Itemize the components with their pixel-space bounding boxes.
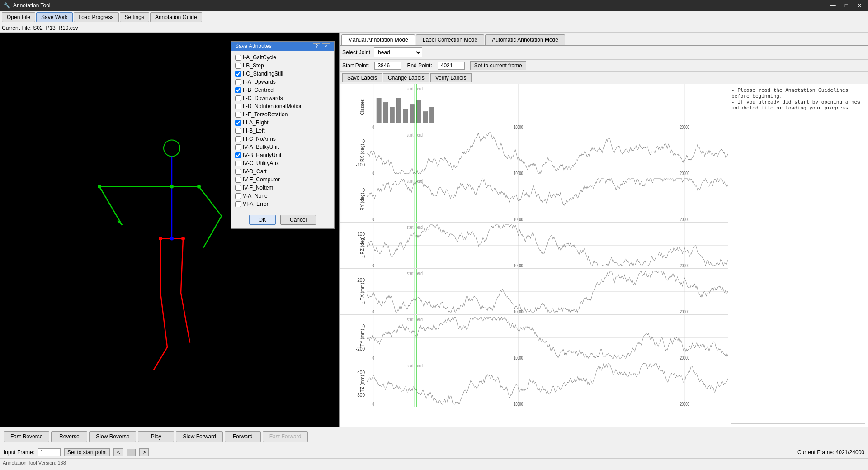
chart-area[interactable]: 01000020000startend (367, 130, 728, 176)
checkbox-item: IV-E_Computer (235, 176, 330, 184)
svg-rect-36 (423, 112, 428, 123)
svg-text:0: 0 (373, 402, 374, 407)
load-progress-button[interactable]: Load Progress (74, 12, 119, 22)
dialog-close-button[interactable]: ✕ (322, 43, 330, 49)
annotation-guide-button[interactable]: Annotation Guide (150, 12, 202, 22)
svg-text:20000: 20000 (680, 171, 689, 176)
svg-text:10000: 10000 (514, 356, 523, 361)
checkbox-label: II-D_NoIntentionalMotion (243, 103, 303, 109)
checkbox-I_A_GaitCycle[interactable] (235, 55, 241, 61)
next-frame-button[interactable]: > (139, 448, 149, 456)
open-file-button[interactable]: Open File (2, 12, 35, 22)
set-start-button[interactable]: Set to start point (64, 448, 110, 456)
dialog-body: I-A_GaitCycleI-B_StepI-C_StandingStillII… (231, 51, 334, 211)
checkbox-item: II-A_Upwards (235, 78, 330, 86)
checkbox-II_B_Centred[interactable] (235, 87, 241, 93)
checkbox-IV_C_UtilityAux[interactable] (235, 161, 241, 166)
save-work-button[interactable]: Save Work (36, 12, 72, 22)
settings-button[interactable]: Settings (120, 12, 149, 22)
chart-area[interactable]: 01000020000startend (367, 176, 728, 222)
start-point-value: 3846 (374, 62, 401, 70)
svg-text:20000: 20000 (680, 263, 689, 268)
joint-select[interactable]: headnecktorsoleft_shoulderright_shoulder… (374, 47, 422, 57)
checkbox-label: IV-F_NoItem (243, 185, 273, 191)
chart-area[interactable]: 01000020000startend (367, 84, 728, 130)
checkbox-IV_B_HandyUnit[interactable] (235, 152, 241, 158)
forward-button[interactable]: Forward (225, 431, 261, 442)
checkbox-item: IV-A_BulkyUnit (235, 143, 330, 151)
chart-area[interactable]: 01000020000startend (367, 223, 728, 268)
checkbox-I_B_Step[interactable] (235, 63, 241, 69)
window-controls: — □ ✕ (828, 2, 864, 9)
tab-label-correction[interactable]: Label Correction Mode (416, 34, 484, 45)
svg-rect-32 (396, 98, 401, 123)
play-button[interactable]: Play (138, 431, 174, 442)
save-labels-button[interactable]: Save Labels (342, 73, 382, 82)
checkbox-VI_A_Error[interactable] (235, 201, 241, 207)
frame-input[interactable] (38, 448, 61, 456)
fast-reverse-button[interactable]: Fast Reverse (4, 431, 49, 442)
close-button[interactable]: ✕ (854, 2, 864, 9)
checkbox-IV_D_Cart[interactable] (235, 169, 241, 175)
svg-text:0: 0 (373, 309, 374, 314)
fast-forward-button[interactable]: Fast Forward (263, 431, 308, 442)
svg-text:0: 0 (373, 171, 374, 176)
checkbox-III_A_Right[interactable] (235, 120, 241, 126)
svg-point-20 (181, 237, 185, 241)
slow-reverse-button[interactable]: Slow Reverse (89, 431, 136, 442)
checkbox-III_B_Left[interactable] (235, 128, 241, 134)
checkbox-item: III-A_Right (235, 119, 330, 127)
svg-point-18 (170, 237, 174, 241)
chart-area[interactable]: 01000020000startend (367, 361, 728, 407)
controls-row: Select Joint headnecktorsoleft_shoulderr… (340, 46, 868, 60)
reverse-button[interactable]: Reverse (51, 431, 87, 442)
verify-labels-button[interactable]: Verify Labels (430, 73, 472, 82)
chart-ylabel: 0 RY (deg) (340, 176, 367, 222)
checkbox-I_C_StandingStill[interactable] (235, 71, 241, 77)
checkbox-II_D_NoIntentionalMotion[interactable] (235, 104, 241, 109)
checkbox-II_E_TorsoRotation[interactable] (235, 112, 241, 118)
checkbox-label: III-C_NoArms (243, 136, 276, 142)
dialog-ok-button[interactable]: OK (249, 215, 276, 225)
checkbox-label: I-A_GaitCycle (243, 54, 276, 61)
checkbox-IV_A_BulkyUnit[interactable] (235, 144, 241, 150)
svg-text:10000: 10000 (514, 125, 523, 130)
dialog-help-button[interactable]: ? (313, 43, 320, 49)
change-labels-button[interactable]: Change Labels (383, 73, 429, 82)
checkbox-item: IV-F_NoItem (235, 184, 330, 192)
svg-line-11 (160, 293, 167, 347)
svg-point-0 (164, 140, 180, 157)
set-frame-button[interactable]: Set to current frame (470, 61, 526, 70)
maximize-button[interactable]: □ (842, 2, 851, 9)
svg-text:start: start (407, 363, 414, 368)
checkbox-II_C_Downwards[interactable] (235, 95, 241, 101)
checkbox-label: I-C_StandingStill (243, 71, 283, 77)
tab-automatic[interactable]: Automatic Annotation Mode (485, 34, 565, 45)
svg-text:20000: 20000 (680, 125, 689, 130)
chart-area[interactable]: 01000020000startend (367, 269, 728, 314)
checkbox-II_A_Upwards[interactable] (235, 79, 241, 85)
checkbox-III_C_NoArms[interactable] (235, 136, 241, 142)
checkbox-label: IV-B_HandyUnit (243, 152, 281, 158)
chart-row: 100 RZ (deg) 001000020000startend (340, 223, 728, 269)
slow-forward-button[interactable]: Slow Forward (176, 431, 222, 442)
chart-row: 200 TX (mm) 001000020000startend (340, 269, 728, 315)
points-row: Start Point: 3846 End Point: 4021 Set to… (340, 60, 868, 72)
tab-manual[interactable]: Manual Annotation Mode (341, 34, 415, 45)
svg-text:0: 0 (373, 263, 374, 268)
svg-line-14 (181, 293, 190, 343)
prev-frame-button[interactable]: < (113, 448, 123, 456)
svg-line-12 (154, 347, 167, 370)
checkbox-label: I-B_Step (243, 62, 264, 69)
checkbox-V_A_None[interactable] (235, 193, 241, 199)
svg-text:end: end (417, 317, 423, 322)
checkbox-item: II-E_TorsoRotation (235, 110, 330, 119)
minimize-button[interactable]: — (828, 2, 839, 9)
chart-area[interactable]: 01000020000startend (367, 315, 728, 361)
mode-tabs: Manual Annotation Mode Label Correction … (340, 33, 868, 46)
checkbox-label: VI-A_Error (243, 201, 269, 207)
label-buttons-row: Save Labels Change Labels Verify Labels (340, 72, 868, 84)
dialog-cancel-button[interactable]: Cancel (280, 215, 316, 225)
checkbox-IV_F_NoItem[interactable] (235, 185, 241, 191)
checkbox-IV_E_Computer[interactable] (235, 177, 241, 183)
